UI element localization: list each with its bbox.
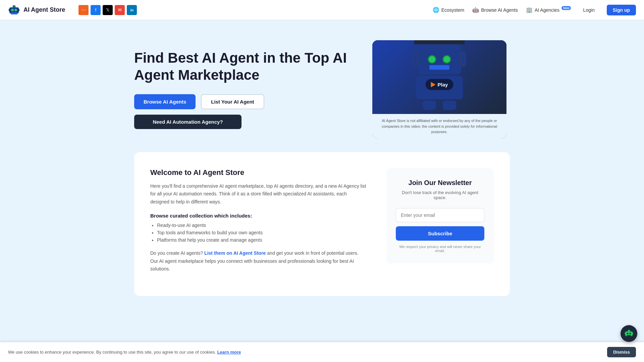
newsletter-card: Join Our Newsletter Don't lose track of … bbox=[386, 168, 494, 263]
svg-rect-5 bbox=[18, 9, 19, 11]
browse-agents-label: Browse AI Agents bbox=[481, 7, 518, 13]
navbar: AI Agent Store ⋯ f 𝕏 ✉ in 🌐 Ecosystem 🤖 … bbox=[0, 0, 644, 20]
play-triangle-icon bbox=[431, 82, 436, 87]
hero-title: Find Best AI Agent in the Top AI Agent M… bbox=[134, 50, 349, 83]
video-disclaimer: AI Agent Store is not affiliated with or… bbox=[372, 114, 506, 139]
list-agents-link[interactable]: List them on AI Agent Store bbox=[204, 250, 266, 256]
email-share-button[interactable]: ✉ bbox=[115, 5, 125, 15]
robot-feet bbox=[423, 101, 456, 110]
ai-agencies-icon: 🏢 bbox=[526, 7, 533, 13]
brand-name: AI Agent Store bbox=[23, 6, 65, 13]
robot-eye-right bbox=[442, 55, 451, 64]
robot-logo-icon bbox=[8, 4, 20, 16]
nav-browse-agents[interactable]: 🤖 Browse AI Agents bbox=[472, 7, 518, 13]
svg-rect-4 bbox=[9, 9, 10, 11]
content-body: Welcome to AI Agent Store Here you'll fi… bbox=[150, 168, 366, 280]
newsletter-privacy: We respect your privacy and will never s… bbox=[396, 245, 484, 253]
robot-eye-left bbox=[428, 55, 436, 64]
facebook-share-button[interactable]: f bbox=[91, 5, 101, 15]
chatbot-icon bbox=[624, 329, 634, 338]
video-thumbnail[interactable]: Play bbox=[372, 40, 506, 114]
svg-rect-11 bbox=[627, 335, 631, 336]
robot-foot-left bbox=[423, 101, 436, 110]
play-label: Play bbox=[438, 82, 448, 87]
collection-subtitle: Browse curated collection which includes… bbox=[150, 213, 366, 219]
linkedin-share-button[interactable]: in bbox=[127, 5, 137, 15]
email-input[interactable] bbox=[396, 208, 484, 222]
twitter-share-button[interactable]: 𝕏 bbox=[103, 5, 113, 15]
svg-point-7 bbox=[13, 6, 15, 7]
share-button[interactable]: ⋯ bbox=[78, 5, 89, 15]
share-buttons-group: ⋯ f 𝕏 ✉ in bbox=[78, 5, 137, 15]
list-item-1: Ready-to-use AI agents bbox=[157, 223, 366, 228]
list-item-3: Platforms that help you create and manag… bbox=[157, 237, 366, 243]
browse-agents-icon: 🤖 bbox=[472, 7, 479, 13]
cookie-bar: We use cookies to enhance your experienc… bbox=[0, 342, 644, 362]
cookie-text: We use cookies to enhance your experienc… bbox=[8, 350, 241, 355]
learn-more-link[interactable]: Learn more bbox=[217, 350, 241, 355]
robot-mouth bbox=[429, 65, 449, 70]
hero-content-right: Play AI Agent Store is not affiliated wi… bbox=[369, 40, 510, 139]
newsletter-subtitle: Don't lose track of the evolving AI agen… bbox=[396, 190, 484, 200]
robot-hat-brim bbox=[414, 40, 465, 44]
hero-content-left: Find Best AI Agent in the Top AI Agent M… bbox=[134, 50, 349, 129]
new-badge: New bbox=[561, 6, 571, 10]
svg-rect-13 bbox=[625, 333, 626, 335]
svg-point-1 bbox=[11, 9, 14, 11]
automation-agency-button[interactable]: Need AI Automation Agency? bbox=[134, 115, 241, 129]
automation-button-wrapper: Need AI Automation Agency? bbox=[134, 115, 349, 129]
ai-agencies-label: AI Agencies bbox=[535, 7, 559, 13]
content-card: Welcome to AI Agent Store Here you'll fi… bbox=[134, 152, 510, 296]
video-card: Play AI Agent Store is not affiliated wi… bbox=[372, 40, 506, 139]
newsletter-title: Join Our Newsletter bbox=[409, 179, 472, 187]
ecosystem-label: Ecosystem bbox=[441, 7, 464, 13]
svg-rect-12 bbox=[628, 330, 630, 332]
robot-foot-right bbox=[443, 101, 456, 110]
chatbot-fab-button[interactable] bbox=[621, 325, 637, 342]
list-agent-button[interactable]: List Your AI Agent bbox=[201, 94, 264, 109]
browse-agents-cta-button[interactable]: Browse AI Agents bbox=[134, 94, 196, 109]
cta-paragraph: Do you create AI agents? List them on AI… bbox=[150, 249, 366, 273]
nav-ecosystem[interactable]: 🌐 Ecosystem bbox=[433, 7, 464, 13]
content-title: Welcome to AI Agent Store bbox=[150, 168, 366, 177]
hero-section: Find Best AI Agent in the Top AI Agent M… bbox=[121, 20, 523, 152]
signup-button[interactable]: Sign up bbox=[607, 5, 636, 15]
brand-logo[interactable]: AI Agent Store bbox=[8, 4, 65, 16]
subscribe-button[interactable]: Subscribe bbox=[396, 226, 484, 241]
content-section: Welcome to AI Agent Store Here you'll fi… bbox=[121, 152, 523, 296]
login-button[interactable]: Login bbox=[579, 5, 598, 15]
dismiss-button[interactable]: Dismiss bbox=[607, 347, 636, 357]
content-intro: Here you'll find a comprehensive AI agen… bbox=[150, 182, 366, 206]
svg-rect-14 bbox=[632, 333, 633, 335]
collection-list: Ready-to-use AI agents Top tools and fra… bbox=[150, 223, 366, 243]
svg-rect-3 bbox=[11, 12, 17, 14]
svg-point-10 bbox=[630, 333, 631, 335]
nav-links: 🌐 Ecosystem 🤖 Browse AI Agents 🏢 AI Agen… bbox=[433, 5, 636, 15]
svg-point-2 bbox=[14, 9, 17, 11]
play-overlay[interactable]: Play bbox=[426, 79, 453, 90]
nav-ai-agencies[interactable]: 🏢 AI Agencies New bbox=[526, 7, 571, 13]
cta-text-before: Do you create AI agents? bbox=[150, 250, 203, 256]
hero-buttons: Browse AI Agents List Your AI Agent bbox=[134, 94, 349, 109]
ecosystem-icon: 🌐 bbox=[433, 7, 439, 13]
list-item-2: Top tools and frameworks to build your o… bbox=[157, 230, 366, 235]
svg-point-9 bbox=[627, 333, 629, 335]
